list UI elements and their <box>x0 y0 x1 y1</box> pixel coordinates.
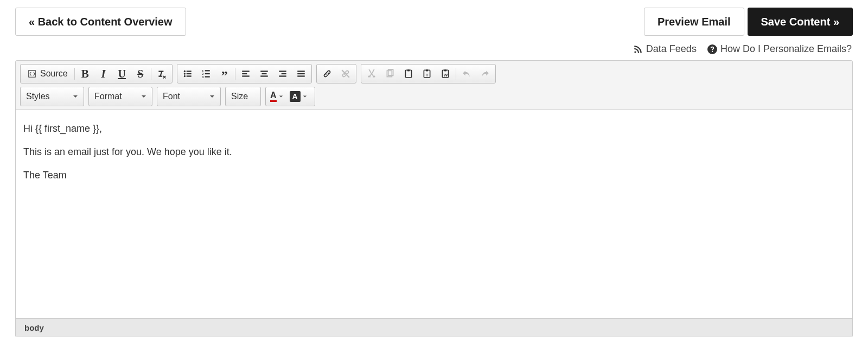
styles-dropdown[interactable]: Styles <box>20 87 84 106</box>
help-links-row: Data Feeds How Do I Personalize Emails? <box>0 36 868 60</box>
svg-rect-13 <box>242 73 247 74</box>
svg-rect-29 <box>425 69 428 71</box>
size-dropdown[interactable]: Size <box>225 87 261 106</box>
data-feeds-link[interactable]: Data Feeds <box>633 43 697 55</box>
bullet-list-button[interactable] <box>178 66 197 82</box>
top-right-buttons: Preview Email Save Content » <box>644 8 853 36</box>
svg-rect-15 <box>260 70 268 72</box>
blockquote-button[interactable]: ” <box>215 66 234 82</box>
copy-button[interactable] <box>381 66 399 82</box>
toolbar-row-1: Source B I U S 123 ” <box>20 64 848 83</box>
align-justify-button[interactable] <box>292 66 310 82</box>
group-lists-align: 123 ” <box>177 64 312 83</box>
svg-rect-19 <box>281 73 286 74</box>
group-clipboard: T W <box>361 64 496 83</box>
font-label: Font <box>163 92 180 101</box>
unlink-button[interactable] <box>336 66 355 82</box>
italic-button[interactable]: I <box>94 66 113 82</box>
paste-button[interactable] <box>399 66 418 82</box>
svg-rect-21 <box>297 70 305 72</box>
paste-text-button[interactable]: T <box>418 66 436 82</box>
text-color-button[interactable]: A <box>267 88 286 105</box>
svg-rect-11 <box>205 76 209 78</box>
preview-email-button[interactable]: Preview Email <box>644 8 744 36</box>
data-feeds-label: Data Feeds <box>646 43 697 55</box>
top-bar: « Back to Content Overview Preview Email… <box>0 0 868 36</box>
chevron-down-icon <box>209 94 215 99</box>
chevron-down-icon <box>279 94 283 99</box>
editor-toolbar: Source B I U S 123 ” <box>16 61 852 110</box>
svg-text:3: 3 <box>202 75 203 79</box>
group-source-basic: Source B I U S <box>20 64 173 83</box>
back-button[interactable]: « Back to Content Overview <box>15 8 186 36</box>
editor: Source B I U S 123 ” <box>15 60 853 337</box>
separator <box>235 68 235 80</box>
svg-point-2 <box>183 73 185 74</box>
link-button[interactable] <box>318 66 336 82</box>
element-path[interactable]: body <box>24 323 44 332</box>
chevron-down-icon <box>303 94 307 99</box>
source-button[interactable]: Source <box>22 66 73 82</box>
styles-label: Styles <box>26 92 50 101</box>
format-dropdown[interactable]: Format <box>88 87 152 106</box>
bold-button[interactable]: B <box>76 66 94 82</box>
content-line-1: Hi {{ first_name }}, <box>23 122 845 136</box>
question-circle-icon <box>707 44 717 54</box>
group-links <box>316 64 356 83</box>
toolbar-row-2: Styles Format Font Size A <box>20 87 848 106</box>
svg-rect-16 <box>261 73 266 74</box>
align-center-button[interactable] <box>255 66 273 82</box>
cut-button[interactable] <box>362 66 381 82</box>
source-icon <box>27 69 37 79</box>
editor-status-bar: body <box>16 318 852 337</box>
bg-color-icon: A <box>290 91 301 102</box>
svg-point-4 <box>183 75 185 77</box>
strikethrough-button[interactable]: S <box>131 66 150 82</box>
svg-rect-20 <box>279 75 286 76</box>
svg-point-0 <box>183 70 185 72</box>
paste-word-button[interactable]: W <box>436 66 455 82</box>
svg-rect-22 <box>297 73 305 74</box>
font-dropdown[interactable]: Font <box>157 87 221 106</box>
separator <box>151 68 151 80</box>
text-color-icon: A <box>270 91 277 102</box>
svg-rect-17 <box>260 75 268 76</box>
separator <box>74 68 75 80</box>
remove-format-button[interactable] <box>152 66 171 82</box>
content-line-2: This is an email just for you. We hope y… <box>23 145 845 159</box>
svg-text:W: W <box>443 73 448 78</box>
underline-button[interactable]: U <box>113 66 131 82</box>
source-label: Source <box>40 69 68 79</box>
svg-rect-1 <box>186 70 191 72</box>
svg-rect-12 <box>242 70 250 72</box>
save-content-button[interactable]: Save Content » <box>748 8 853 36</box>
svg-rect-27 <box>407 69 410 71</box>
separator <box>456 68 456 80</box>
format-label: Format <box>94 92 122 101</box>
chevron-down-icon <box>141 94 146 99</box>
personalize-help-label: How Do I Personalize Emails? <box>720 43 852 55</box>
bg-color-button[interactable]: A <box>286 88 310 105</box>
redo-button[interactable] <box>476 66 494 82</box>
svg-rect-23 <box>297 75 305 76</box>
svg-rect-7 <box>205 70 209 71</box>
editor-content[interactable]: Hi {{ first_name }}, This is an email ju… <box>16 110 852 318</box>
size-label: Size <box>231 92 248 101</box>
content-line-3: The Team <box>23 169 845 182</box>
group-colors: A A <box>265 87 315 106</box>
svg-rect-32 <box>444 69 446 71</box>
chevron-down-icon <box>73 94 78 99</box>
svg-text:T: T <box>425 73 428 78</box>
svg-rect-9 <box>205 73 209 74</box>
undo-button[interactable] <box>457 66 476 82</box>
svg-rect-3 <box>186 73 191 74</box>
svg-rect-18 <box>279 70 286 72</box>
align-left-button[interactable] <box>237 66 255 82</box>
svg-rect-14 <box>242 75 250 76</box>
svg-rect-5 <box>186 75 191 76</box>
rss-icon <box>633 44 643 54</box>
numbered-list-button[interactable]: 123 <box>197 66 215 82</box>
personalize-help-link[interactable]: How Do I Personalize Emails? <box>707 43 852 55</box>
align-right-button[interactable] <box>273 66 292 82</box>
